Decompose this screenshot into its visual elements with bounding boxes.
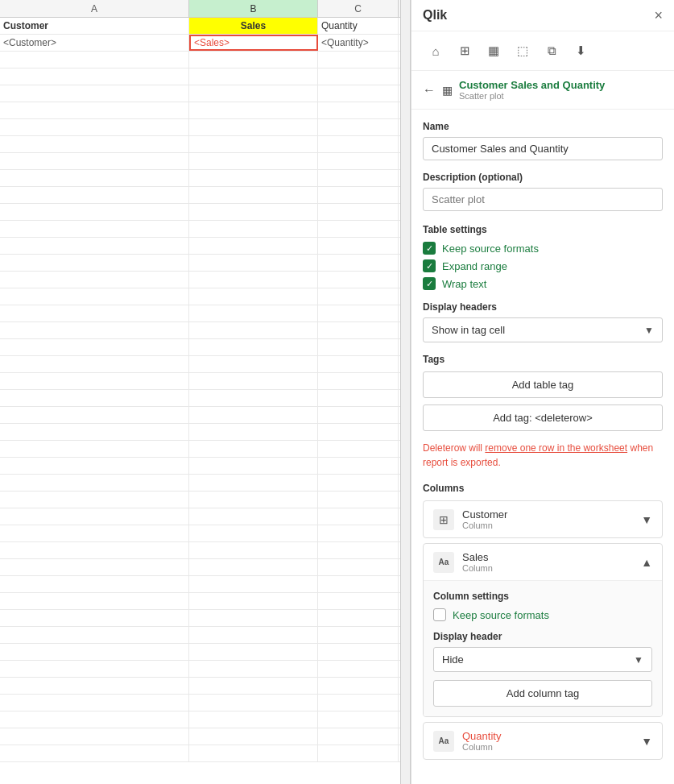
empty-row — [0, 102, 410, 119]
breadcrumb-text: Customer Sales and Quantity Scatter plot — [459, 79, 605, 101]
wrap-text-checkbox[interactable]: ✓ — [423, 277, 436, 290]
empty-row — [0, 711, 410, 728]
expand-range-checkbox[interactable]: ✓ — [423, 259, 436, 272]
col-header-b: B — [189, 0, 318, 17]
empty-row — [0, 85, 410, 102]
col-keep-source-formats-checkbox[interactable] — [433, 608, 446, 621]
empty-row — [0, 508, 410, 525]
back-button[interactable]: ← — [423, 83, 436, 97]
empty-row — [0, 745, 410, 762]
download-icon[interactable]: ⬇ — [568, 38, 593, 64]
chevron-down-icon: ▼ — [634, 654, 643, 666]
empty-row — [0, 407, 410, 424]
customer-col-icon: ⊞ — [433, 509, 454, 530]
empty-row — [0, 627, 410, 644]
layers-icon[interactable]: ⧉ — [539, 38, 564, 64]
empty-row — [0, 695, 410, 711]
display-headers-value: Show in tag cell — [432, 324, 505, 336]
panel-content: Name Description (optional) Table settin… — [411, 110, 674, 784]
display-headers-dropdown[interactable]: Show in tag cell ▼ — [423, 317, 663, 342]
empty-row — [0, 492, 410, 508]
empty-row — [0, 390, 410, 407]
header-customer: Customer — [0, 18, 189, 34]
table-icon[interactable]: ⊞ — [452, 38, 478, 64]
qlik-panel: Qlik × ⌂ ⊞ ▦ ⬚ ⧉ ⬇ ← ▦ Customer Sales an… — [411, 0, 674, 784]
checkmark-icon: ✓ — [426, 280, 433, 288]
keep-source-formats-checkbox[interactable]: ✓ — [423, 242, 436, 255]
home-icon[interactable]: ⌂ — [423, 38, 449, 64]
deleterow-note: Deleterow will remove one row in the wor… — [423, 441, 663, 470]
name-label: Name — [423, 121, 663, 132]
empty-row — [0, 68, 410, 85]
text-icon: Aa — [439, 558, 449, 566]
add-deleterow-tag-button[interactable]: Add tag: <deleterow> — [423, 404, 663, 431]
empty-row — [0, 339, 410, 356]
customer-column-item: ⊞ Customer Column ▼ — [423, 500, 663, 538]
wrap-text-row: ✓ Wrap text — [423, 277, 663, 290]
keep-source-formats-row: ✓ Keep source formats — [423, 242, 663, 255]
quantity-column-type: Column — [462, 742, 633, 752]
empty-row — [0, 288, 410, 305]
add-column-tag-button[interactable]: Add column tag — [433, 680, 652, 707]
empty-row — [0, 728, 410, 745]
panel-nav: ⌂ ⊞ ▦ ⬚ ⧉ ⬇ — [411, 31, 674, 71]
empty-row — [0, 272, 410, 288]
data-quantity: <Quantity> — [318, 35, 399, 51]
panel-title: Qlik — [423, 8, 447, 23]
empty-row — [0, 458, 410, 475]
columns-title: Columns — [423, 483, 663, 494]
sales-column-header[interactable]: Aa Sales Column ▲ — [424, 544, 662, 580]
empty-row — [0, 204, 410, 221]
sales-column-expanded: Column settings Keep source formats Disp… — [424, 580, 662, 716]
empty-row — [0, 610, 410, 627]
customer-column-type: Column — [462, 521, 633, 530]
grid-icon[interactable]: ⬚ — [510, 38, 535, 64]
empty-row — [0, 559, 410, 576]
header-row: Customer Sales Quantity — [0, 18, 410, 35]
empty-row — [0, 373, 410, 390]
chevron-down-icon: ▼ — [641, 735, 652, 748]
empty-row — [0, 525, 410, 542]
keep-source-formats-label: Keep source formats — [442, 243, 539, 255]
tags-title: Tags — [423, 354, 663, 365]
spreadsheet-rows: Customer Sales Quantity <Customer> <Sale… — [0, 18, 410, 762]
quantity-column-header[interactable]: Aa Quantity Column ▼ — [424, 723, 662, 759]
expand-range-label: Expand range — [442, 260, 507, 272]
empty-row — [0, 238, 410, 255]
header-quantity: Quantity — [318, 18, 399, 34]
col-keep-source-formats-label: Keep source formats — [453, 609, 549, 621]
chevron-down-icon: ▼ — [641, 513, 652, 526]
display-header-dropdown[interactable]: Hide ▼ — [433, 647, 652, 672]
scrollbar[interactable] — [400, 0, 410, 784]
description-input[interactable] — [423, 188, 663, 211]
empty-row — [0, 678, 410, 695]
customer-column-header[interactable]: ⊞ Customer Column ▼ — [424, 501, 662, 537]
columns-icon[interactable]: ▦ — [481, 38, 507, 64]
display-header-label: Display header — [433, 631, 652, 642]
empty-row — [0, 593, 410, 610]
name-input[interactable] — [423, 137, 663, 160]
display-headers-label: Display headers — [423, 301, 663, 313]
sales-column-info: Sales Column — [462, 551, 633, 573]
add-table-tag-button[interactable]: Add table tag — [423, 371, 663, 398]
quantity-column-name: Quantity — [462, 730, 633, 742]
deleterow-note-text: Deleterow will remove one row in the wor… — [423, 442, 653, 468]
empty-row — [0, 153, 410, 170]
table-settings-title: Table settings — [423, 224, 663, 235]
empty-row — [0, 661, 410, 678]
sales-col-icon: Aa — [433, 552, 454, 573]
close-button[interactable]: × — [654, 8, 663, 23]
column-headers: A B C — [0, 0, 410, 18]
empty-row — [0, 322, 410, 339]
panel-header: Qlik × — [411, 0, 674, 31]
empty-row — [0, 424, 410, 441]
sales-column-type: Column — [462, 563, 633, 573]
breadcrumb: ← ▦ Customer Sales and Quantity Scatter … — [411, 71, 674, 110]
data-sales: <Sales> — [189, 35, 318, 51]
empty-row — [0, 542, 410, 559]
customer-column-info: Customer Column — [462, 508, 633, 530]
breadcrumb-title: Customer Sales and Quantity — [459, 79, 605, 91]
chart-icon: ▦ — [442, 84, 453, 97]
spreadsheet: A B C Customer Sales Quantity <Customer>… — [0, 0, 411, 784]
empty-row — [0, 356, 410, 373]
